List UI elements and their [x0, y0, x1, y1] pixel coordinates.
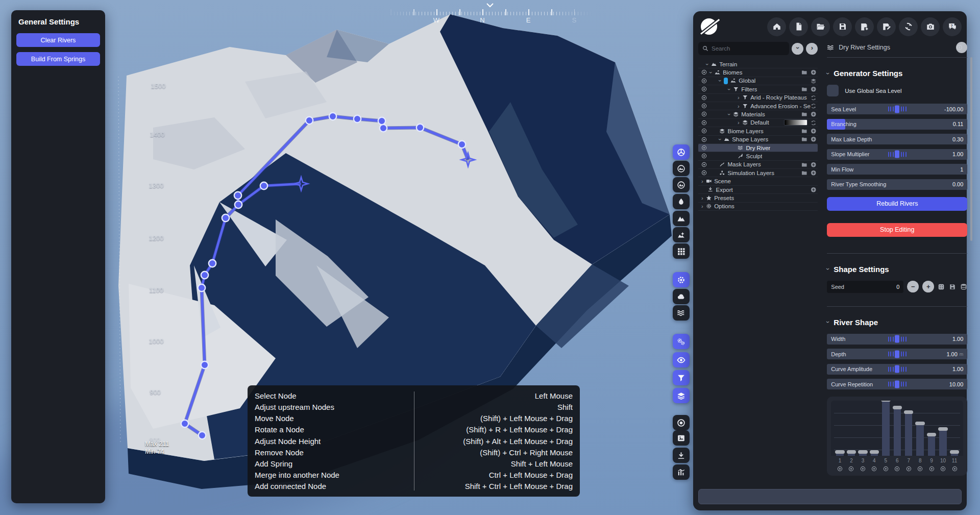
river-node[interactable]	[181, 420, 188, 427]
tree-item-presets[interactable]: › Presets	[698, 194, 818, 202]
histogram-bar[interactable]	[949, 401, 960, 456]
visibility-eye-icon[interactable]	[701, 145, 707, 151]
river-shape-header[interactable]: › River Shape	[827, 318, 967, 327]
visibility-eye-icon[interactable]	[701, 136, 707, 142]
river-node[interactable]	[198, 284, 205, 291]
stop-editing-button[interactable]: Stop Editing	[827, 223, 967, 237]
generator-settings-header[interactable]: › Generator Settings	[827, 69, 967, 78]
add-icon[interactable]	[811, 162, 817, 168]
refresh-icon[interactable]	[811, 120, 817, 126]
tool-gear-button[interactable]	[673, 272, 690, 287]
eye-icon[interactable]	[949, 463, 960, 473]
curve-repetition-slider[interactable]: Curve Repetition 10.00	[827, 379, 967, 389]
refresh-icon[interactable]	[811, 95, 817, 101]
river-type-smoothing-slider[interactable]: River Type Smoothing 0.00	[827, 179, 967, 190]
visibility-eye-icon[interactable]	[701, 161, 707, 167]
gradient-swatch[interactable]	[784, 119, 807, 126]
eye-icon[interactable]	[880, 463, 891, 473]
rebuild-rivers-button[interactable]: Rebuild Rivers	[827, 197, 967, 211]
tree-item-global[interactable]: › Global	[698, 77, 818, 85]
river-node[interactable]	[199, 432, 206, 439]
river-node[interactable]	[209, 260, 216, 267]
help-button[interactable]	[943, 17, 962, 36]
slider-scrubber[interactable]	[888, 380, 906, 388]
visibility-eye-icon[interactable]	[701, 86, 707, 92]
river-node[interactable]	[306, 117, 313, 124]
visibility-eye-icon[interactable]	[701, 153, 707, 159]
open-file-button[interactable]	[811, 17, 830, 36]
visibility-eye-icon[interactable]	[701, 94, 707, 101]
river-node[interactable]	[458, 141, 465, 148]
tool-layers-button[interactable]	[673, 388, 690, 403]
tree-item-biome-layers[interactable]: Biome Layers	[698, 127, 818, 135]
slider-scrubber[interactable]	[888, 105, 906, 113]
seed-input[interactable]: Seed 0	[827, 281, 903, 293]
tree-item-mask-layers[interactable]: Mask Layers	[698, 161, 818, 169]
seed-decrement-button[interactable]: −	[907, 281, 919, 292]
river-node[interactable]	[354, 115, 361, 122]
tool-terrain-pie-button[interactable]	[673, 144, 690, 160]
histogram-bar[interactable]	[846, 401, 857, 456]
tree-item-dry-river[interactable]: Dry River	[698, 144, 818, 152]
histogram-bar[interactable]	[892, 401, 903, 456]
tree-item-default-material[interactable]: › Default	[698, 119, 818, 127]
shape-settings-header[interactable]: › Shape Settings	[827, 265, 967, 274]
histogram-bar[interactable]	[834, 401, 845, 456]
histogram-bar[interactable]	[903, 401, 914, 456]
tree-item-simulation-layers[interactable]: Simulation Layers	[698, 169, 818, 177]
river-node[interactable]	[235, 201, 242, 208]
branching-slider[interactable]: Branching 0.11	[827, 119, 967, 130]
tool-waves-button[interactable]	[673, 305, 690, 321]
folder-icon[interactable]	[801, 69, 807, 76]
build-from-springs-button[interactable]: Build From Springs	[16, 52, 100, 66]
add-icon[interactable]	[811, 86, 817, 92]
tree-item-biomes[interactable]: › Biomes	[698, 68, 818, 77]
eye-icon[interactable]	[834, 463, 845, 473]
clear-rivers-button[interactable]: Clear Rivers	[16, 33, 100, 47]
river-node[interactable]	[329, 113, 336, 120]
slider-scrubber[interactable]	[888, 335, 906, 343]
tool-grid-button[interactable]	[673, 243, 690, 259]
search-input[interactable]	[712, 45, 785, 52]
curve-amplitude-slider[interactable]: Curve Amplitude 1.00	[827, 364, 967, 375]
histogram-bar[interactable]	[937, 401, 948, 456]
home-button[interactable]	[767, 17, 786, 36]
eye-icon[interactable]	[926, 463, 937, 473]
expand-all-button[interactable]: ›	[806, 43, 818, 55]
river-node[interactable]	[378, 117, 385, 125]
river-node[interactable]	[201, 361, 208, 369]
tool-filter-button[interactable]	[673, 370, 690, 385]
width-slider[interactable]: Width 1.00	[827, 334, 967, 345]
eye-icon[interactable]	[914, 463, 925, 473]
seed-increment-button[interactable]: +	[922, 281, 934, 292]
add-icon[interactable]	[811, 170, 817, 176]
save-seed-icon[interactable]	[949, 283, 956, 290]
tool-island-button[interactable]	[673, 227, 690, 242]
tool-screenshot-button[interactable]	[673, 430, 690, 446]
refresh-icon[interactable]	[811, 103, 817, 109]
histogram-bar[interactable]	[926, 401, 937, 456]
rebuild-sync-button[interactable]	[899, 17, 918, 36]
tree-item-options[interactable]: › Options	[698, 203, 818, 211]
app-logo[interactable]	[699, 17, 719, 36]
add-icon[interactable]	[811, 187, 817, 193]
visibility-eye-icon[interactable]	[701, 78, 707, 84]
eye-icon[interactable]	[892, 463, 903, 473]
visibility-eye-icon[interactable]	[701, 111, 707, 117]
folder-icon[interactable]	[801, 86, 807, 92]
tool-mountain-button[interactable]	[673, 211, 690, 226]
river-node[interactable]	[234, 192, 241, 199]
max-lake-depth-slider[interactable]: Max Lake Depth 0.30	[827, 134, 967, 144]
eye-icon[interactable]	[869, 463, 880, 473]
visibility-eye-icon[interactable]	[701, 170, 707, 176]
collapse-all-button[interactable]: ›	[792, 43, 803, 55]
search-box[interactable]	[698, 42, 789, 55]
save-edit-button[interactable]	[877, 17, 896, 36]
add-icon[interactable]	[811, 136, 817, 142]
tool-stats-button[interactable]	[673, 464, 690, 480]
slope-multiplier-slider[interactable]: Slope Multiplier 1.00	[827, 149, 967, 160]
river-node[interactable]	[222, 214, 229, 222]
pin-panel-button[interactable]	[956, 42, 967, 53]
visibility-eye-icon[interactable]	[701, 119, 707, 126]
tree-item-shape-layers[interactable]: › Shape Layers	[698, 136, 818, 144]
